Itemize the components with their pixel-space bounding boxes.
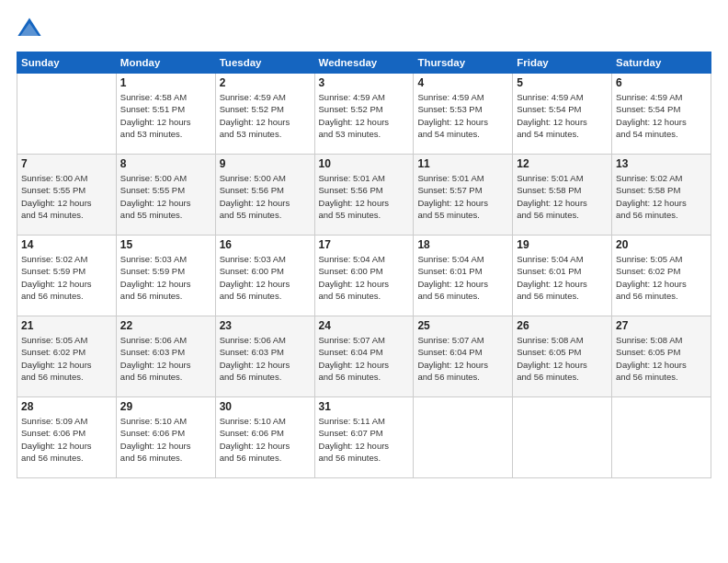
- week-row-1: 1Sunrise: 4:58 AM Sunset: 5:51 PM Daylig…: [17, 74, 711, 155]
- day-cell: 11Sunrise: 5:01 AM Sunset: 5:57 PM Dayli…: [414, 155, 513, 236]
- weekday-header-tuesday: Tuesday: [215, 52, 314, 74]
- day-info: Sunrise: 5:03 AM Sunset: 6:00 PM Dayligh…: [220, 253, 311, 302]
- day-info: Sunrise: 5:10 AM Sunset: 6:06 PM Dayligh…: [120, 415, 211, 464]
- day-number: 4: [417, 76, 508, 89]
- day-info: Sunrise: 5:01 AM Sunset: 5:58 PM Dayligh…: [517, 172, 608, 221]
- day-number: 17: [319, 238, 410, 251]
- day-number: 14: [21, 238, 112, 251]
- day-cell: 7Sunrise: 5:00 AM Sunset: 5:55 PM Daylig…: [17, 155, 117, 236]
- day-number: 1: [120, 76, 211, 89]
- day-cell: 1Sunrise: 4:58 AM Sunset: 5:51 PM Daylig…: [116, 74, 215, 155]
- day-cell: 20Sunrise: 5:05 AM Sunset: 6:02 PM Dayli…: [612, 236, 711, 316]
- day-cell: 30Sunrise: 5:10 AM Sunset: 6:06 PM Dayli…: [215, 397, 314, 478]
- day-cell: 3Sunrise: 4:59 AM Sunset: 5:52 PM Daylig…: [314, 74, 414, 155]
- day-cell: 26Sunrise: 5:08 AM Sunset: 6:05 PM Dayli…: [513, 316, 612, 397]
- day-info: Sunrise: 5:08 AM Sunset: 6:05 PM Dayligh…: [517, 334, 608, 383]
- day-info: Sunrise: 5:08 AM Sunset: 6:05 PM Dayligh…: [616, 334, 707, 383]
- week-row-5: 28Sunrise: 5:09 AM Sunset: 6:06 PM Dayli…: [17, 397, 711, 478]
- day-cell: 5Sunrise: 4:59 AM Sunset: 5:54 PM Daylig…: [513, 74, 612, 155]
- day-cell: 15Sunrise: 5:03 AM Sunset: 5:59 PM Dayli…: [116, 236, 215, 316]
- day-info: Sunrise: 5:10 AM Sunset: 6:06 PM Dayligh…: [220, 415, 311, 464]
- day-cell: 21Sunrise: 5:05 AM Sunset: 6:02 PM Dayli…: [17, 316, 117, 397]
- day-number: 15: [120, 238, 211, 251]
- day-info: Sunrise: 4:59 AM Sunset: 5:54 PM Dayligh…: [616, 91, 707, 140]
- day-number: 12: [517, 157, 608, 170]
- day-cell: 10Sunrise: 5:01 AM Sunset: 5:56 PM Dayli…: [314, 155, 414, 236]
- day-number: 27: [616, 319, 707, 332]
- day-info: Sunrise: 5:06 AM Sunset: 6:03 PM Dayligh…: [120, 334, 211, 383]
- day-info: Sunrise: 5:01 AM Sunset: 5:56 PM Dayligh…: [319, 172, 410, 221]
- day-info: Sunrise: 5:06 AM Sunset: 6:03 PM Dayligh…: [220, 334, 311, 383]
- day-cell: 9Sunrise: 5:00 AM Sunset: 5:56 PM Daylig…: [215, 155, 314, 236]
- day-number: 5: [517, 76, 608, 89]
- day-info: Sunrise: 5:04 AM Sunset: 6:01 PM Dayligh…: [417, 253, 508, 302]
- day-cell: [513, 397, 612, 478]
- logo-icon: [17, 17, 42, 42]
- day-cell: [414, 397, 513, 478]
- day-cell: 14Sunrise: 5:02 AM Sunset: 5:59 PM Dayli…: [17, 236, 117, 316]
- day-info: Sunrise: 5:05 AM Sunset: 6:02 PM Dayligh…: [21, 334, 112, 383]
- day-number: 6: [616, 76, 707, 89]
- day-number: 24: [319, 319, 410, 332]
- weekday-header-monday: Monday: [116, 52, 215, 74]
- day-number: 31: [319, 400, 410, 413]
- day-number: 22: [120, 319, 211, 332]
- day-info: Sunrise: 5:01 AM Sunset: 5:57 PM Dayligh…: [417, 172, 508, 221]
- day-info: Sunrise: 4:59 AM Sunset: 5:53 PM Dayligh…: [417, 91, 508, 140]
- day-cell: 17Sunrise: 5:04 AM Sunset: 6:00 PM Dayli…: [314, 236, 414, 316]
- day-cell: 27Sunrise: 5:08 AM Sunset: 6:05 PM Dayli…: [612, 316, 711, 397]
- day-cell: 6Sunrise: 4:59 AM Sunset: 5:54 PM Daylig…: [612, 74, 711, 155]
- day-cell: 18Sunrise: 5:04 AM Sunset: 6:01 PM Dayli…: [414, 236, 513, 316]
- weekday-header-thursday: Thursday: [414, 52, 513, 74]
- day-info: Sunrise: 5:09 AM Sunset: 6:06 PM Dayligh…: [21, 415, 112, 464]
- day-number: 13: [616, 157, 707, 170]
- day-cell: 13Sunrise: 5:02 AM Sunset: 5:58 PM Dayli…: [612, 155, 711, 236]
- day-number: 19: [517, 238, 608, 251]
- day-number: 29: [120, 400, 211, 413]
- weekday-header-sunday: Sunday: [17, 52, 117, 74]
- day-info: Sunrise: 5:05 AM Sunset: 6:02 PM Dayligh…: [616, 253, 707, 302]
- weekday-header-wednesday: Wednesday: [314, 52, 414, 74]
- week-row-4: 21Sunrise: 5:05 AM Sunset: 6:02 PM Dayli…: [17, 316, 711, 397]
- day-info: Sunrise: 5:03 AM Sunset: 5:59 PM Dayligh…: [120, 253, 211, 302]
- day-number: 28: [21, 400, 112, 413]
- day-info: Sunrise: 5:02 AM Sunset: 5:58 PM Dayligh…: [616, 172, 707, 221]
- day-number: 2: [220, 76, 311, 89]
- day-number: 3: [319, 76, 410, 89]
- day-cell: 16Sunrise: 5:03 AM Sunset: 6:00 PM Dayli…: [215, 236, 314, 316]
- day-cell: 29Sunrise: 5:10 AM Sunset: 6:06 PM Dayli…: [116, 397, 215, 478]
- page: SundayMondayTuesdayWednesdayThursdayFrid…: [0, 0, 728, 563]
- day-info: Sunrise: 5:04 AM Sunset: 6:01 PM Dayligh…: [517, 253, 608, 302]
- weekday-header-friday: Friday: [513, 52, 612, 74]
- day-info: Sunrise: 4:58 AM Sunset: 5:51 PM Dayligh…: [120, 91, 211, 140]
- day-info: Sunrise: 5:00 AM Sunset: 5:55 PM Dayligh…: [120, 172, 211, 221]
- day-info: Sunrise: 4:59 AM Sunset: 5:54 PM Dayligh…: [517, 91, 608, 140]
- day-cell: [612, 397, 711, 478]
- day-cell: 2Sunrise: 4:59 AM Sunset: 5:52 PM Daylig…: [215, 74, 314, 155]
- day-number: 8: [120, 157, 211, 170]
- day-number: 23: [220, 319, 311, 332]
- day-number: 21: [21, 319, 112, 332]
- day-number: 20: [616, 238, 707, 251]
- day-info: Sunrise: 4:59 AM Sunset: 5:52 PM Dayligh…: [220, 91, 311, 140]
- day-cell: 19Sunrise: 5:04 AM Sunset: 6:01 PM Dayli…: [513, 236, 612, 316]
- day-info: Sunrise: 5:07 AM Sunset: 6:04 PM Dayligh…: [417, 334, 508, 383]
- day-info: Sunrise: 5:02 AM Sunset: 5:59 PM Dayligh…: [21, 253, 112, 302]
- day-cell: 22Sunrise: 5:06 AM Sunset: 6:03 PM Dayli…: [116, 316, 215, 397]
- day-cell: 25Sunrise: 5:07 AM Sunset: 6:04 PM Dayli…: [414, 316, 513, 397]
- day-number: 26: [517, 319, 608, 332]
- day-info: Sunrise: 5:00 AM Sunset: 5:56 PM Dayligh…: [220, 172, 311, 221]
- day-cell: 8Sunrise: 5:00 AM Sunset: 5:55 PM Daylig…: [116, 155, 215, 236]
- day-number: 9: [220, 157, 311, 170]
- day-number: 30: [220, 400, 311, 413]
- day-number: 25: [417, 319, 508, 332]
- week-row-2: 7Sunrise: 5:00 AM Sunset: 5:55 PM Daylig…: [17, 155, 711, 236]
- logo: [17, 17, 46, 42]
- day-number: 18: [417, 238, 508, 251]
- day-cell: 23Sunrise: 5:06 AM Sunset: 6:03 PM Dayli…: [215, 316, 314, 397]
- day-info: Sunrise: 5:11 AM Sunset: 6:07 PM Dayligh…: [319, 415, 410, 464]
- day-number: 10: [319, 157, 410, 170]
- day-number: 7: [21, 157, 112, 170]
- day-cell: 12Sunrise: 5:01 AM Sunset: 5:58 PM Dayli…: [513, 155, 612, 236]
- day-cell: 28Sunrise: 5:09 AM Sunset: 6:06 PM Dayli…: [17, 397, 117, 478]
